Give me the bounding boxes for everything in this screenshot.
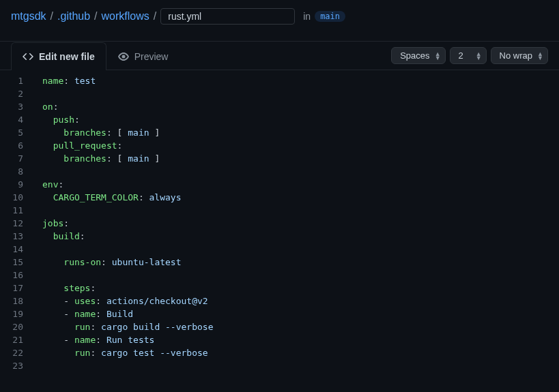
updown-icon: ▲▼ bbox=[476, 52, 482, 60]
line-number: 1 bbox=[7, 74, 23, 87]
code-content[interactable]: name: test on: push: branches: [ main ] … bbox=[35, 74, 213, 372]
line-number: 7 bbox=[7, 152, 23, 165]
code-line[interactable]: - name: Run tests bbox=[42, 333, 213, 346]
updown-icon: ▲▼ bbox=[537, 52, 543, 60]
wrap-mode-select[interactable]: No wrap ▲▼ bbox=[491, 47, 548, 64]
filename-input[interactable] bbox=[160, 8, 295, 25]
tab-bar: Edit new file Preview Spaces ▲▼ 2 ▲▼ No … bbox=[0, 41, 559, 70]
code-line[interactable]: build: bbox=[42, 230, 213, 243]
line-number: 3 bbox=[7, 100, 23, 113]
code-line[interactable]: runs-on: ubuntu-latest bbox=[42, 256, 213, 269]
line-number: 5 bbox=[7, 126, 23, 139]
tab-edit-label: Edit new file bbox=[39, 51, 95, 62]
line-number: 20 bbox=[7, 320, 23, 333]
wrap-mode-value: No wrap bbox=[500, 50, 532, 61]
line-number: 4 bbox=[7, 113, 23, 126]
line-number: 13 bbox=[7, 230, 23, 243]
line-number: 19 bbox=[7, 307, 23, 320]
code-line[interactable]: pull_request: bbox=[42, 139, 213, 152]
line-number: 22 bbox=[7, 346, 23, 359]
breadcrumb: mtgsdk / .github / workflows / in main bbox=[0, 0, 559, 33]
line-number: 17 bbox=[7, 282, 23, 295]
code-line[interactable]: push: bbox=[42, 113, 213, 126]
tab-preview[interactable]: Preview bbox=[106, 42, 180, 70]
indent-size-select[interactable]: 2 ▲▼ bbox=[450, 47, 487, 64]
tab-preview-label: Preview bbox=[134, 51, 169, 62]
breadcrumb-sep: / bbox=[51, 10, 53, 22]
line-number-gutter: 1234567891011121314151617181920212223 bbox=[0, 74, 35, 372]
code-line[interactable] bbox=[42, 204, 213, 217]
code-line[interactable]: run: cargo build --verbose bbox=[42, 320, 213, 333]
code-line[interactable]: branches: [ main ] bbox=[42, 126, 213, 139]
breadcrumb-dir-workflows[interactable]: workflows bbox=[102, 10, 149, 22]
eye-icon bbox=[118, 51, 129, 62]
code-line[interactable] bbox=[42, 165, 213, 178]
code-icon bbox=[23, 51, 33, 62]
line-number: 6 bbox=[7, 139, 23, 152]
indent-mode-select[interactable]: Spaces ▲▼ bbox=[391, 47, 445, 64]
line-number: 14 bbox=[7, 243, 23, 256]
line-number: 11 bbox=[7, 204, 23, 217]
line-number: 21 bbox=[7, 333, 23, 346]
line-number: 9 bbox=[7, 178, 23, 191]
code-line[interactable]: name: test bbox=[42, 74, 213, 87]
updown-icon: ▲▼ bbox=[435, 52, 441, 60]
indent-size-value: 2 bbox=[459, 50, 463, 61]
breadcrumb-repo[interactable]: mtgsdk bbox=[11, 10, 46, 22]
code-line[interactable]: run: cargo test --verbose bbox=[42, 346, 213, 359]
code-line[interactable]: env: bbox=[42, 178, 213, 191]
code-line[interactable] bbox=[42, 269, 213, 282]
editor-controls: Spaces ▲▼ 2 ▲▼ No wrap ▲▼ bbox=[391, 42, 548, 70]
code-line[interactable]: - uses: actions/checkout@v2 bbox=[42, 295, 213, 307]
code-line[interactable] bbox=[42, 243, 213, 256]
line-number: 12 bbox=[7, 217, 23, 230]
code-line[interactable]: steps: bbox=[42, 282, 213, 295]
breadcrumb-dir-github[interactable]: .github bbox=[57, 10, 90, 22]
line-number: 2 bbox=[7, 87, 23, 100]
code-line[interactable]: CARGO_TERM_COLOR: always bbox=[42, 191, 213, 204]
line-number: 8 bbox=[7, 165, 23, 178]
line-number: 23 bbox=[7, 359, 23, 372]
breadcrumb-sep: / bbox=[154, 10, 156, 22]
indent-mode-value: Spaces bbox=[400, 50, 429, 61]
code-line[interactable]: jobs: bbox=[42, 217, 213, 230]
code-line[interactable]: - name: Build bbox=[42, 307, 213, 320]
code-line[interactable] bbox=[42, 87, 213, 100]
breadcrumb-sep: / bbox=[94, 10, 97, 22]
line-number: 16 bbox=[7, 269, 23, 282]
tab-edit[interactable]: Edit new file bbox=[11, 42, 106, 70]
line-number: 15 bbox=[7, 256, 23, 269]
line-number: 10 bbox=[7, 191, 23, 204]
code-line[interactable] bbox=[42, 359, 213, 372]
code-editor[interactable]: 1234567891011121314151617181920212223 na… bbox=[0, 70, 559, 372]
code-line[interactable]: branches: [ main ] bbox=[42, 152, 213, 165]
in-label: in bbox=[303, 11, 311, 22]
line-number: 18 bbox=[7, 295, 23, 307]
branch-badge: main bbox=[315, 11, 345, 22]
code-line[interactable]: on: bbox=[42, 100, 213, 113]
